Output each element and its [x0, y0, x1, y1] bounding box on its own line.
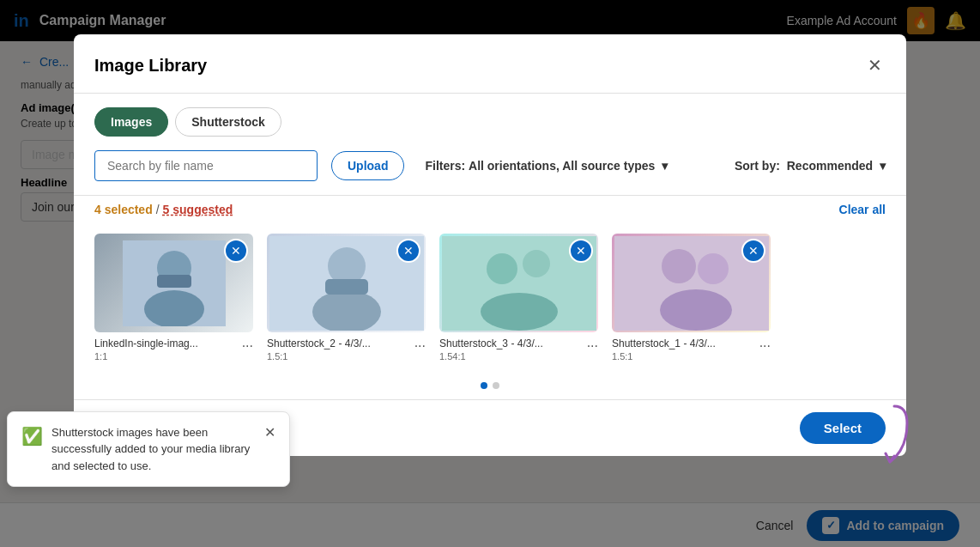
image-ratio: 1:1	[94, 351, 198, 362]
image-name: Shutterstock_3 - 4/3/...	[439, 337, 543, 349]
image-meta: LinkedIn-single-imag... 1:1 ···	[94, 332, 253, 362]
image-thumbnail[interactable]: ✕	[94, 234, 253, 332]
clear-all-button[interactable]: Clear all	[839, 203, 886, 216]
image-card: ✕ Shutterstock_3 - 4/3/... 1.54:1 ···	[439, 234, 598, 362]
remove-image-button[interactable]: ✕	[224, 239, 248, 263]
modal-close-button[interactable]: ✕	[864, 52, 886, 79]
filter-chevron-icon[interactable]: ▾	[662, 159, 668, 173]
image-meta: Shutterstock_2 - 4/3/... 1.5:1 ···	[267, 332, 426, 362]
image-meta: Shutterstock_3 - 4/3/... 1.54:1 ···	[439, 332, 598, 362]
image-thumbnail[interactable]: ✕	[612, 234, 771, 332]
svg-point-10	[523, 250, 550, 277]
suggested-count: 5 suggested	[163, 203, 233, 216]
search-input[interactable]	[94, 150, 318, 181]
image-name: Shutterstock_2 - 4/3/...	[267, 337, 371, 349]
image-name: LinkedIn-single-imag...	[94, 337, 198, 349]
select-button[interactable]: Select	[800, 412, 886, 444]
pagination-dots	[74, 375, 906, 399]
tab-images[interactable]: Images	[94, 107, 168, 137]
person-image-1	[123, 240, 226, 326]
page-dot-2	[493, 382, 499, 389]
sort-value: Recommended	[787, 159, 873, 173]
sort-chevron-icon[interactable]: ▾	[880, 159, 886, 173]
image-ratio: 1.5:1	[267, 351, 371, 362]
tab-shutterstock[interactable]: Shutterstock	[175, 107, 281, 137]
filters-prefix: Filters:	[425, 159, 465, 173]
toast-notification: ✅ Shutterstock images have been successf…	[7, 411, 290, 488]
svg-point-2	[144, 290, 204, 326]
modal-toolbar: Upload Filters: All orientations, All so…	[74, 137, 906, 195]
image-options-button[interactable]: ···	[587, 338, 598, 354]
svg-point-14	[698, 253, 729, 284]
selection-bar: 4 selected / 5 suggested Clear all	[74, 195, 906, 223]
filters-label: Filters: All orientations, All source ty…	[425, 159, 668, 173]
svg-point-15	[660, 289, 732, 331]
svg-point-13	[662, 249, 696, 283]
remove-image-button[interactable]: ✕	[741, 239, 765, 263]
sort-prefix: Sort by:	[735, 159, 780, 173]
image-thumbnail[interactable]: ✕	[267, 234, 426, 332]
image-thumbnail[interactable]: ✕	[439, 234, 598, 332]
toast-close-button[interactable]: ✕	[264, 424, 275, 441]
image-card: ✕ Shutterstock_1 - 4/3/... 1.5:1 ···	[612, 234, 771, 362]
filters-value: All orientations, All source types	[469, 159, 655, 173]
modal-tabs: Images Shutterstock	[74, 94, 906, 137]
selection-separator: /	[156, 203, 160, 216]
remove-image-button[interactable]: ✕	[569, 239, 593, 263]
upload-button[interactable]: Upload	[331, 151, 404, 180]
svg-rect-3	[157, 275, 191, 288]
image-ratio: 1.5:1	[612, 351, 716, 362]
page-dot-1	[481, 382, 487, 389]
modal-title: Image Library	[94, 56, 207, 76]
modal-header: Image Library ✕	[74, 34, 906, 94]
image-ratio: 1.54:1	[439, 351, 543, 362]
remove-image-button[interactable]: ✕	[396, 239, 420, 263]
selected-count: 4 selected	[94, 203, 153, 216]
image-meta: Shutterstock_1 - 4/3/... 1.5:1 ···	[612, 332, 771, 362]
image-library-modal: Image Library ✕ Images Shutterstock Uplo…	[74, 34, 906, 456]
image-name: Shutterstock_1 - 4/3/...	[612, 337, 716, 349]
image-options-button[interactable]: ···	[414, 338, 426, 354]
images-grid: ✕ LinkedIn-single-imag... 1:1 ···	[74, 223, 906, 375]
sort-label: Sort by: Recommended ▾	[735, 159, 886, 173]
toast-text: Shutterstock images have been successful…	[51, 424, 256, 475]
svg-point-9	[487, 253, 517, 284]
image-options-button[interactable]: ···	[759, 338, 771, 354]
image-card: ✕ Shutterstock_2 - 4/3/... 1.5:1 ···	[267, 234, 426, 362]
image-options-button[interactable]: ···	[242, 338, 253, 354]
image-card: ✕ LinkedIn-single-imag... 1:1 ···	[94, 234, 253, 362]
svg-point-11	[481, 293, 558, 331]
svg-rect-7	[325, 279, 368, 295]
toast-success-icon: ✅	[21, 426, 43, 447]
